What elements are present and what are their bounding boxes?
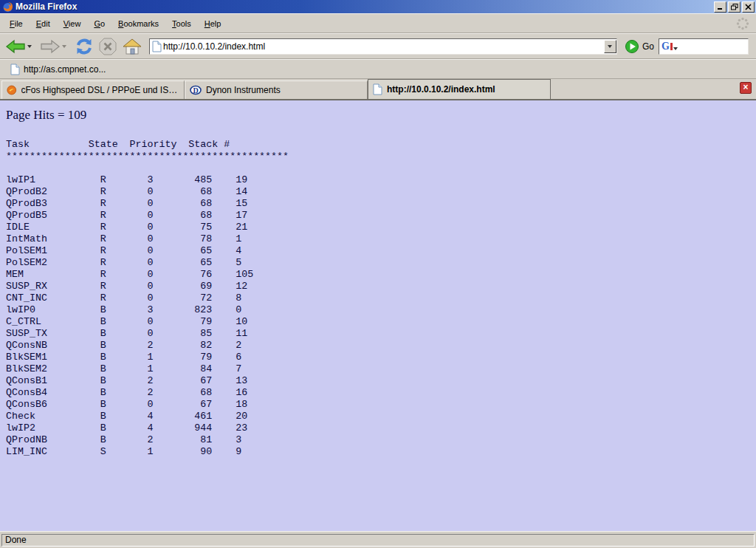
forward-button[interactable] xyxy=(39,37,71,56)
cfos-icon xyxy=(7,84,17,96)
url-dropdown-caret xyxy=(608,45,612,48)
tab-strip: cFos Highspeed DSL / PPPoE und ISDN CAP.… xyxy=(0,79,756,100)
status-panel: Done xyxy=(1,534,755,547)
tab-index-html[interactable]: http://10.0.10.2/index.html xyxy=(368,79,551,99)
bookmark-label: http://as.cmpnet.co... xyxy=(24,64,106,75)
page-content: Page Hits = 109 Task State Priority Stac… xyxy=(0,100,756,531)
close-icon xyxy=(745,4,752,10)
page-hits-text: Page Hits = 109 xyxy=(6,108,750,123)
page-icon xyxy=(152,41,162,52)
browser-window: Mozilla Firefox FileEditViewGoBookmarksT… xyxy=(0,0,756,548)
menu-item-bookmarks[interactable]: Bookmarks xyxy=(111,17,165,30)
bookmark-item[interactable]: http://as.cmpnet.co... xyxy=(6,62,110,77)
nav-toolbar: Go G xyxy=(0,33,756,59)
url-input[interactable] xyxy=(162,41,604,52)
page-icon xyxy=(10,64,20,75)
svg-text:D: D xyxy=(193,86,198,95)
status-bar: Done xyxy=(0,531,756,548)
tab-label: cFos Highspeed DSL / PPPoE und ISDN CAP.… xyxy=(21,85,179,95)
search-box[interactable]: G xyxy=(659,38,749,55)
tab-label: Dynon Instruments xyxy=(206,85,281,95)
menu-item-file[interactable]: File xyxy=(3,17,30,30)
firefox-icon xyxy=(2,1,13,13)
url-bar[interactable] xyxy=(149,38,617,55)
reload-button[interactable] xyxy=(74,36,94,57)
home-icon xyxy=(122,38,142,55)
tab-cfos[interactable]: cFos Highspeed DSL / PPPoE und ISDN CAP.… xyxy=(1,81,185,99)
search-input[interactable] xyxy=(679,41,746,52)
back-dropdown-caret[interactable] xyxy=(27,45,32,48)
menu-bar: FileEditViewGoBookmarksToolsHelp xyxy=(0,13,756,33)
forward-dropdown-caret[interactable] xyxy=(62,45,66,48)
stop-button[interactable] xyxy=(97,36,118,57)
stop-icon xyxy=(98,37,117,56)
dynon-icon: D xyxy=(190,84,202,96)
back-icon xyxy=(5,38,26,55)
menu-bar-items: FileEditViewGoBookmarksToolsHelp xyxy=(3,17,227,30)
search-engine-caret[interactable] xyxy=(673,47,678,50)
bookmarks-toolbar: http://as.cmpnet.co... xyxy=(0,59,756,79)
tab-label: http://10.0.10.2/index.html xyxy=(387,84,495,95)
minimize-icon xyxy=(717,4,724,10)
menu-item-edit[interactable]: Edit xyxy=(30,17,57,30)
status-text: Done xyxy=(5,535,27,545)
google-icon[interactable]: G xyxy=(662,41,670,52)
throbber-icon xyxy=(735,16,750,31)
menu-item-help[interactable]: Help xyxy=(198,17,228,30)
restore-button[interactable] xyxy=(728,1,740,13)
go-button[interactable]: Go xyxy=(625,39,654,54)
google-icon-accent xyxy=(670,43,673,50)
menu-item-view[interactable]: View xyxy=(57,17,88,30)
close-button[interactable] xyxy=(742,1,755,13)
url-dropdown-button[interactable] xyxy=(604,40,616,53)
title-bar: Mozilla Firefox xyxy=(0,0,756,13)
tab-close-button[interactable]: × xyxy=(740,82,752,94)
back-button[interactable] xyxy=(4,37,36,56)
window-title: Mozilla Firefox xyxy=(16,1,712,12)
home-button[interactable] xyxy=(121,37,143,56)
page-icon xyxy=(373,83,382,95)
forward-icon xyxy=(40,38,61,55)
tab-dynon[interactable]: D Dynon Instruments xyxy=(185,81,368,99)
go-button-label: Go xyxy=(642,41,654,52)
task-table: Task State Priority Stack # ************… xyxy=(6,139,750,458)
reload-icon xyxy=(75,37,94,56)
restore-icon xyxy=(731,4,738,10)
menu-item-go[interactable]: Go xyxy=(87,17,111,30)
menu-item-tools[interactable]: Tools xyxy=(165,17,198,30)
minimize-button[interactable] xyxy=(714,1,726,13)
go-icon xyxy=(625,39,639,54)
